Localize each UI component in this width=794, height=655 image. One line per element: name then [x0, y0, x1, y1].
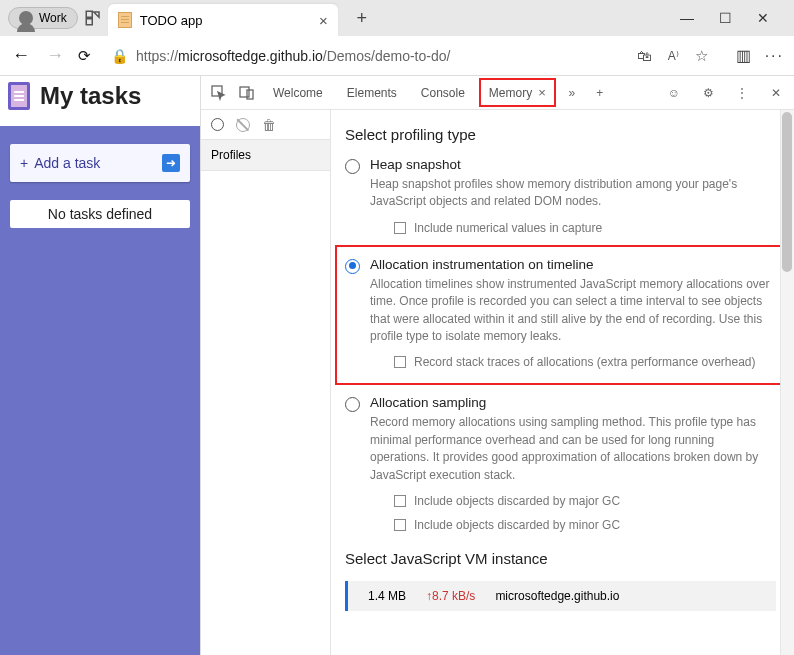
submit-task-icon[interactable]: ➜ — [162, 154, 180, 172]
major-gc-label: Include objects discarded by major GC — [414, 494, 620, 508]
profiling-type-heading: Select profiling type — [345, 126, 776, 143]
work-profile-button[interactable]: Work — [8, 7, 78, 29]
minimize-button[interactable]: — — [678, 10, 696, 26]
vm-size: 1.4 MB — [368, 589, 406, 603]
devtools-panel: Welcome Elements Console Memory × » + ☺ … — [200, 76, 794, 655]
browser-tab[interactable]: TODO app × — [108, 4, 338, 36]
checkbox-major-gc[interactable] — [394, 495, 406, 507]
alloc-timeline-desc: Allocation timelines show instrumented J… — [370, 276, 774, 346]
vm-heading: Select JavaScript VM instance — [345, 550, 776, 567]
new-tab-button[interactable]: + — [348, 4, 376, 32]
devtools-menu-icon[interactable]: ⋮ — [730, 81, 754, 105]
maximize-button[interactable]: ☐ — [716, 10, 734, 26]
favorite-icon[interactable]: ☆ — [695, 47, 708, 65]
issues-icon[interactable]: ☺ — [662, 81, 686, 105]
clipboard-icon — [8, 82, 30, 110]
close-window-button[interactable]: ✕ — [754, 10, 772, 26]
lock-icon: 🔒 — [111, 48, 128, 64]
tab-elements[interactable]: Elements — [337, 79, 407, 107]
forward-button[interactable]: → — [44, 45, 66, 66]
empty-state-text: No tasks defined — [10, 200, 190, 228]
page-viewport: My tasks + Add a task ➜ No tasks defined — [0, 76, 200, 655]
tab-title: TODO app — [140, 13, 203, 28]
scrollbar[interactable] — [780, 110, 794, 655]
tab-welcome[interactable]: Welcome — [263, 79, 333, 107]
more-menu-icon[interactable]: ··· — [765, 47, 784, 65]
radio-heap-snapshot[interactable] — [345, 159, 360, 174]
add-task-input[interactable]: + Add a task ➜ — [10, 144, 190, 182]
clear-button[interactable] — [236, 118, 250, 132]
alloc-timeline-title: Allocation instrumentation on timeline — [370, 257, 774, 272]
checkbox-record-stacks[interactable] — [394, 356, 406, 368]
read-aloud-icon[interactable]: A⁾ — [668, 49, 679, 63]
url-text: https://microsoftedge.github.io/Demos/de… — [136, 48, 450, 64]
settings-icon[interactable]: ⚙ — [696, 81, 720, 105]
add-panel-icon[interactable]: + — [588, 81, 612, 105]
minor-gc-label: Include objects discarded by minor GC — [414, 518, 620, 532]
heap-snapshot-desc: Heap snapshot profiles show memory distr… — [370, 176, 776, 211]
checkbox-minor-gc[interactable] — [394, 519, 406, 531]
work-label: Work — [39, 11, 67, 25]
page-favicon-icon — [118, 12, 132, 28]
page-title: My tasks — [40, 82, 141, 110]
record-button[interactable] — [211, 118, 224, 131]
device-toggle-icon[interactable] — [235, 81, 259, 105]
checkbox-heap-numerical[interactable] — [394, 222, 406, 234]
workspaces-icon[interactable] — [84, 9, 102, 27]
close-devtools-icon[interactable]: ✕ — [764, 81, 788, 105]
close-tab-icon[interactable]: × — [319, 12, 328, 29]
back-button[interactable]: ← — [10, 45, 32, 66]
add-task-label: Add a task — [34, 155, 100, 171]
vm-delta: ↑8.7 kB/s — [426, 589, 475, 603]
vm-host: microsoftedge.github.io — [495, 589, 619, 603]
svg-rect-4 — [247, 90, 253, 99]
svg-rect-1 — [86, 19, 92, 25]
refresh-button[interactable]: ⟳ — [78, 47, 91, 65]
profiles-heading: Profiles — [201, 140, 330, 171]
alloc-timeline-check-label: Record stack traces of allocations (extr… — [414, 355, 756, 369]
shopping-icon[interactable]: 🛍 — [637, 47, 652, 64]
alloc-sampling-desc: Record memory allocations using sampling… — [370, 414, 776, 484]
person-icon — [19, 11, 33, 25]
add-task-plus: + — [20, 155, 28, 171]
close-memory-tab-icon[interactable]: × — [538, 85, 546, 100]
heap-check-label: Include numerical values in capture — [414, 221, 602, 235]
alloc-sampling-title: Allocation sampling — [370, 395, 776, 410]
radio-allocation-timeline[interactable] — [345, 259, 360, 274]
inspect-icon[interactable] — [207, 81, 231, 105]
vm-instance-row[interactable]: 1.4 MB ↑8.7 kB/s microsoftedge.github.io — [345, 581, 776, 611]
radio-allocation-sampling[interactable] — [345, 397, 360, 412]
more-tabs-icon[interactable]: » — [560, 81, 584, 105]
collections-icon[interactable]: ▥ — [736, 46, 751, 65]
svg-rect-0 — [86, 11, 92, 17]
heap-snapshot-title: Heap snapshot — [370, 157, 776, 172]
tab-memory[interactable]: Memory × — [479, 78, 556, 107]
tab-console[interactable]: Console — [411, 79, 475, 107]
address-bar[interactable]: 🔒 https://microsoftedge.github.io/Demos/… — [103, 44, 625, 68]
delete-icon[interactable]: 🗑 — [262, 117, 276, 133]
